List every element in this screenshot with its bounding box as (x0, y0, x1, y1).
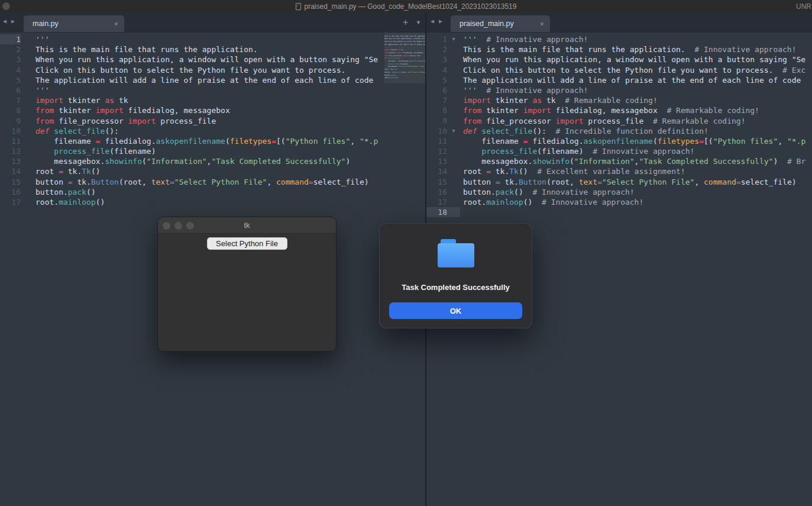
line-number: 1 (0, 34, 21, 44)
minimap-viewport[interactable] (384, 33, 425, 83)
code-line[interactable]: 13 messagebox.showinfo("Information","Ta… (0, 156, 384, 166)
code-line[interactable]: 16button.pack() (0, 187, 384, 197)
code-text: def select_file(): (21, 126, 384, 136)
tk-window[interactable]: tk Select Python File (157, 217, 337, 352)
code-line[interactable]: 8from tkinter import filedialog, message… (0, 105, 384, 115)
code-line[interactable]: 2This is the main file that runs the app… (426, 44, 812, 54)
titlebar-right-text: UNR (796, 0, 811, 12)
line-number: 3 (426, 54, 447, 65)
fold-gutter (447, 156, 460, 166)
line-number: 16 (426, 187, 447, 197)
code-line[interactable]: 13 messagebox.showinfo("Information","Ta… (426, 156, 812, 166)
tab-praised-main-py[interactable]: praised_main.py × (451, 15, 550, 32)
code-line[interactable]: 3When you run this application, a window… (426, 54, 812, 65)
fold-gutter (447, 136, 460, 146)
code-line[interactable]: 5The application will add a line of prai… (0, 75, 384, 85)
code-text (460, 207, 812, 217)
code-line[interactable]: 6''' (0, 85, 384, 95)
left-pane-back-icon[interactable]: ◀ (3, 18, 7, 24)
code-text: When you run this application, a window … (460, 54, 812, 65)
right-pane-forward-icon[interactable]: ▶ (439, 18, 442, 24)
code-line[interactable]: 7import tkinter as tk (0, 95, 384, 105)
code-line[interactable]: 12 process_file(filename) (0, 146, 384, 156)
tab-label: praised_main.py (460, 20, 514, 28)
code-line[interactable]: 7import tkinter as tk # Remarkable codin… (426, 95, 812, 105)
line-number: 17 (0, 197, 21, 207)
code-line[interactable]: 2This is the main file that runs the app… (0, 44, 384, 54)
fold-arrow-icon[interactable]: ▼ (447, 126, 460, 136)
code-line[interactable]: 1''' (0, 34, 384, 44)
code-text: process_file(filename) # Innovative appr… (460, 146, 812, 156)
line-number: 14 (426, 166, 447, 176)
tab-overflow-icon[interactable]: ▼ (416, 20, 421, 25)
code-text: root.mainloop() # Innovative approach! (460, 197, 812, 207)
code-line[interactable]: 14root = tk.Tk() # Excellent variable as… (426, 166, 812, 176)
fold-gutter (447, 85, 460, 95)
titlebar[interactable]: praised_main.py — Good_code_ModelBest102… (0, 0, 812, 12)
code-text: The application will add a line of prais… (21, 75, 384, 85)
completion-dialog[interactable]: Task Completed Successfully OK (379, 223, 532, 328)
code-text: root = tk.Tk() (21, 166, 384, 176)
code-line[interactable]: 15button = tk.Button(root, text="Select … (426, 177, 812, 187)
fold-gutter (447, 65, 460, 75)
code-line[interactable]: 14root = tk.Tk() (0, 166, 384, 176)
code-line[interactable]: 3When you run this application, a window… (0, 54, 384, 65)
line-number: 8 (426, 105, 447, 115)
code-line[interactable]: 9from file_processor import process_file… (426, 116, 812, 126)
code-line[interactable]: 11 filename = filedialog.askopenfilename… (0, 136, 384, 146)
code-text: Click on this button to select the Pytho… (460, 65, 812, 75)
code-line[interactable]: 12 process_file(filename) # Innovative a… (426, 146, 812, 156)
new-tab-icon[interactable]: + (403, 17, 408, 28)
tk-titlebar[interactable]: tk (158, 217, 336, 234)
left-pane-forward-icon[interactable]: ▶ (11, 18, 15, 24)
code-line[interactable]: 15button = tk.Button(root, text="Select … (0, 177, 384, 187)
code-text: root = tk.Tk() # Excellent variable assi… (460, 166, 812, 176)
minimap[interactable]: '''This is the main file that runs the a… (384, 33, 425, 98)
code-text: messagebox.showinfo("Information","Task … (460, 156, 812, 166)
code-line[interactable]: 9from file_processor import process_file (0, 116, 384, 126)
code-line[interactable]: 17root.mainloop() # Innovative approach! (426, 197, 812, 207)
line-number: 9 (0, 116, 21, 126)
line-number: 8 (0, 105, 21, 115)
tab-close-icon[interactable]: × (539, 20, 544, 28)
code-line[interactable]: 18 (426, 207, 812, 217)
tk-window-body: Select Python File (158, 234, 336, 352)
ok-button[interactable]: OK (389, 302, 522, 319)
tab-close-icon[interactable]: × (114, 20, 118, 28)
code-text: filename = filedialog.askopenfilename(fi… (21, 136, 384, 146)
tk-close-icon[interactable] (163, 222, 170, 230)
fold-gutter (447, 177, 460, 187)
code-line[interactable]: 6''' # Innovative approach! (426, 85, 812, 95)
right-pane-back-icon[interactable]: ◀ (431, 18, 434, 24)
code-line[interactable]: 8from tkinter import filedialog, message… (426, 105, 812, 115)
code-line[interactable]: 1▼''' # Innovative approach! (426, 34, 812, 44)
line-number: 12 (426, 146, 447, 156)
code-line[interactable]: 11 filename = filedialog.askopenfilename… (426, 136, 812, 146)
code-line[interactable]: 5The application will add a line of prai… (426, 75, 812, 85)
code-text: The application will add a line of prais… (460, 75, 812, 85)
code-text: from tkinter import filedialog, messageb… (21, 105, 384, 115)
line-number: 4 (426, 65, 447, 75)
code-line[interactable]: 17root.mainloop() (0, 197, 384, 207)
code-text: ''' (21, 34, 384, 44)
fold-gutter (447, 187, 460, 197)
line-number: 1 (426, 34, 447, 44)
folder-icon (438, 239, 474, 267)
tab-main-py[interactable]: main.py × (24, 15, 124, 32)
fold-gutter (447, 166, 460, 176)
line-number: 4 (0, 65, 21, 75)
code-text: button.pack() # Innovative approach! (460, 187, 812, 197)
select-python-file-button[interactable]: Select Python File (207, 237, 287, 250)
tk-zoom-icon[interactable] (186, 222, 194, 230)
line-number: 10 (426, 126, 447, 136)
code-line[interactable]: 16button.pack() # Innovative approach! (426, 187, 812, 197)
code-line[interactable]: 10def select_file(): (0, 126, 384, 136)
code-text: filename = filedialog.askopenfilename(fi… (460, 136, 812, 146)
code-line[interactable]: 4Click on this button to select the Pyth… (426, 65, 812, 75)
fold-arrow-icon[interactable]: ▼ (447, 34, 460, 44)
code-text: from file_processor import process_file … (460, 116, 812, 126)
code-text: This is the main file that runs the appl… (460, 44, 812, 54)
code-line[interactable]: 4Click on this button to select the Pyth… (0, 65, 384, 75)
code-line[interactable]: 10▼def select_file(): # Incredible funct… (426, 126, 812, 136)
tk-minimize-icon[interactable] (174, 222, 182, 230)
